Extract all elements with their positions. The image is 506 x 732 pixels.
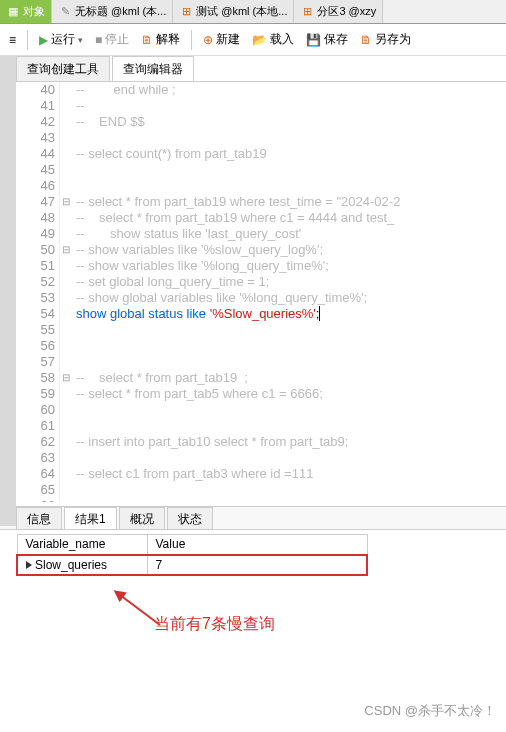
line-number: 58 xyxy=(16,370,60,386)
column-header[interactable]: Variable_name xyxy=(17,535,147,555)
left-panel-collapsed xyxy=(0,56,16,526)
tab-test[interactable]: ⊞ 测试 @kml (本地... xyxy=(173,0,294,23)
line-number: 65 xyxy=(16,482,60,498)
code-line xyxy=(72,130,76,146)
btn-label: 载入 xyxy=(270,31,294,48)
line-number: 48 xyxy=(16,210,60,226)
menu-button[interactable]: ≡ xyxy=(4,30,21,50)
code-line: -- END $$ xyxy=(72,114,145,130)
separator xyxy=(27,30,28,50)
code-line: -- select * from part_tab19 where c1 = 4… xyxy=(72,210,394,226)
query-icon: ✎ xyxy=(58,5,72,19)
line-number: 41 xyxy=(16,98,60,114)
tab-objects[interactable]: ▦ 对象 xyxy=(0,0,52,23)
fold-icon[interactable]: ⊟ xyxy=(60,370,72,386)
line-number: 53 xyxy=(16,290,60,306)
window-tabs: ▦ 对象 ✎ 无标题 @kml (本... ⊞ 测试 @kml (本地... ⊞… xyxy=(0,0,506,24)
watermark: CSDN @杀手不太冷！ xyxy=(364,702,496,720)
tab-profile[interactable]: 概况 xyxy=(119,507,165,529)
column-header[interactable]: Value xyxy=(147,535,367,555)
code-line xyxy=(72,450,76,466)
btn-label: 新建 xyxy=(216,31,240,48)
cell-variable-name: Slow_queries xyxy=(17,555,147,575)
cell-value: 7 xyxy=(147,555,367,575)
fold-icon[interactable]: ⊟ xyxy=(60,242,72,258)
save-icon: 💾 xyxy=(306,33,321,47)
code-line: -- show status like 'last_query_cost' xyxy=(72,226,301,242)
saveas-icon: 🗎 xyxy=(360,33,372,47)
btn-label: 另存为 xyxy=(375,31,411,48)
load-icon: 📂 xyxy=(252,33,267,47)
code-line: -- set global long_query_time = 1; xyxy=(72,274,269,290)
code-line xyxy=(72,418,76,434)
btn-label: 解释 xyxy=(156,31,180,48)
tab-partition3[interactable]: ⊞ 分区3 @xzy xyxy=(294,0,383,23)
table-header-row: Variable_name Value xyxy=(17,535,367,555)
saveas-button[interactable]: 🗎另存为 xyxy=(355,28,416,51)
stop-icon: ■ xyxy=(95,33,102,47)
row-indicator-icon xyxy=(26,561,32,569)
code-line xyxy=(72,338,76,354)
menu-icon: ≡ xyxy=(9,33,16,47)
code-line: show global status like '%Slow_queries%'… xyxy=(72,306,320,322)
new-button[interactable]: ⊕新建 xyxy=(198,28,245,51)
run-button[interactable]: ▶运行▾ xyxy=(34,28,88,51)
code-line: -- show variables like '%long_query_time… xyxy=(72,258,329,274)
code-line xyxy=(72,402,76,418)
line-number: 54 xyxy=(16,306,60,322)
code-line: -- select * from part_tab19 where test_t… xyxy=(72,194,400,210)
line-number: 42 xyxy=(16,114,60,130)
tab-untitled[interactable]: ✎ 无标题 @kml (本... xyxy=(52,0,173,23)
tab-result1[interactable]: 结果1 xyxy=(64,507,117,529)
line-number: 66 xyxy=(16,498,60,502)
line-number: 59 xyxy=(16,386,60,402)
dropdown-icon: ▾ xyxy=(78,35,83,45)
btn-label: 运行 xyxy=(51,31,75,48)
save-button[interactable]: 💾保存 xyxy=(301,28,353,51)
code-line: -- show global variables like '%long_que… xyxy=(72,290,367,306)
line-number: 55 xyxy=(16,322,60,338)
tab-info[interactable]: 信息 xyxy=(16,507,62,529)
result-grid[interactable]: Variable_name Value Slow_queries 7 xyxy=(16,534,490,576)
explain-button[interactable]: 🗎解释 xyxy=(136,28,185,51)
code-line: -- select c1 from part_tab3 where id =11… xyxy=(72,466,313,482)
line-number: 40 xyxy=(16,82,60,98)
line-number: 61 xyxy=(16,418,60,434)
line-number: 56 xyxy=(16,338,60,354)
line-number: 46 xyxy=(16,178,60,194)
code-line xyxy=(72,162,76,178)
stop-button[interactable]: ■停止 xyxy=(90,28,134,51)
table-icon: ▦ xyxy=(6,5,20,19)
tab-label: 对象 xyxy=(23,4,45,19)
result-tabs: 信息 结果1 概况 状态 xyxy=(0,506,506,530)
code-line xyxy=(72,322,76,338)
code-line: -- select count(*) from part_tab19 xyxy=(72,146,267,162)
fold-icon[interactable]: ⊟ xyxy=(60,194,72,210)
code-line xyxy=(72,482,76,498)
tab-status[interactable]: 状态 xyxy=(167,507,213,529)
tab-label: 分区3 @xzy xyxy=(317,4,376,19)
line-number: 60 xyxy=(16,402,60,418)
tab-label: 测试 @kml (本地... xyxy=(196,4,287,19)
line-number: 63 xyxy=(16,450,60,466)
load-button[interactable]: 📂载入 xyxy=(247,28,299,51)
sql-editor[interactable]: 40-- end while ; 41-- 42-- END $$ 43 44-… xyxy=(16,82,506,502)
tab-query-editor[interactable]: 查询编辑器 xyxy=(112,56,194,81)
line-number: 52 xyxy=(16,274,60,290)
annotation-text: 当前有7条慢查询 xyxy=(154,614,275,635)
line-number: 51 xyxy=(16,258,60,274)
play-icon: ▶ xyxy=(39,33,48,47)
line-number: 57 xyxy=(16,354,60,370)
line-number: 47 xyxy=(16,194,60,210)
code-line: -- show variables like '%slow_query_log%… xyxy=(72,242,323,258)
query-icon: ⊞ xyxy=(300,5,314,19)
code-line: -- insert into part_tab10 select * from … xyxy=(72,434,348,450)
table-row[interactable]: Slow_queries 7 xyxy=(17,555,367,575)
code-line xyxy=(72,498,76,502)
line-number: 64 xyxy=(16,466,60,482)
btn-label: 停止 xyxy=(105,31,129,48)
new-icon: ⊕ xyxy=(203,33,213,47)
btn-label: 保存 xyxy=(324,31,348,48)
toolbar: ≡ ▶运行▾ ■停止 🗎解释 ⊕新建 📂载入 💾保存 🗎另存为 xyxy=(0,24,506,56)
tab-query-builder[interactable]: 查询创建工具 xyxy=(16,56,110,81)
